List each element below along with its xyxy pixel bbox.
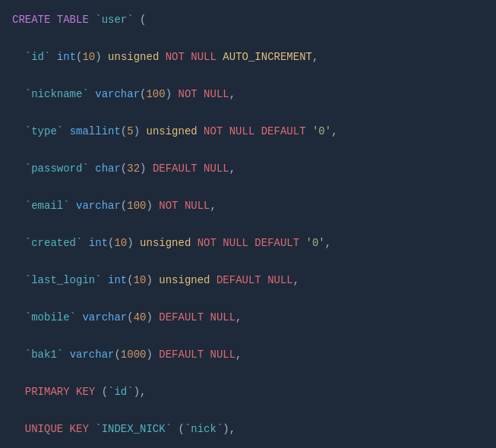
line-14 [12, 253, 484, 272]
line-12 [12, 216, 484, 235]
line-20 [12, 364, 484, 383]
line-6 [12, 104, 484, 123]
line-17: `mobile` varchar(40) DEFAULT NULL, [12, 308, 484, 327]
line-24 [12, 439, 484, 449]
line-15: `last_login` int(10) unsigned DEFAULT NU… [12, 271, 484, 290]
line-13: `created` int(10) unsigned NOT NULL DEFA… [12, 234, 484, 253]
line-23: UNIQUE KEY `INDEX_NICK` (`nick`), [12, 420, 484, 439]
line-8 [12, 141, 484, 160]
line-4 [12, 67, 484, 86]
line-11: `email` varchar(100) NOT NULL, [12, 197, 484, 216]
line-3: `id` int(10) unsigned NOT NULL AUTO_INCR… [12, 48, 484, 67]
line-19: `bak1` varchar(1000) DEFAULT NULL, [12, 345, 484, 364]
line-2 [12, 30, 484, 49]
line-18 [12, 327, 484, 346]
line-16 [12, 290, 484, 309]
line-5: `nickname` varchar(100) NOT NULL, [12, 85, 484, 104]
line-1: CREATE TABLE `user` ( [12, 11, 484, 30]
code-block: CREATE TABLE `user` ( `id` int(10) unsig… [0, 0, 496, 448]
line-9: `password` char(32) DEFAULT NULL, [12, 159, 484, 178]
line-7: `type` smallint(5) unsigned NOT NULL DEF… [12, 122, 484, 141]
line-22 [12, 402, 484, 421]
line-21: PRIMARY KEY (`id`), [12, 383, 484, 402]
line-10 [12, 178, 484, 197]
